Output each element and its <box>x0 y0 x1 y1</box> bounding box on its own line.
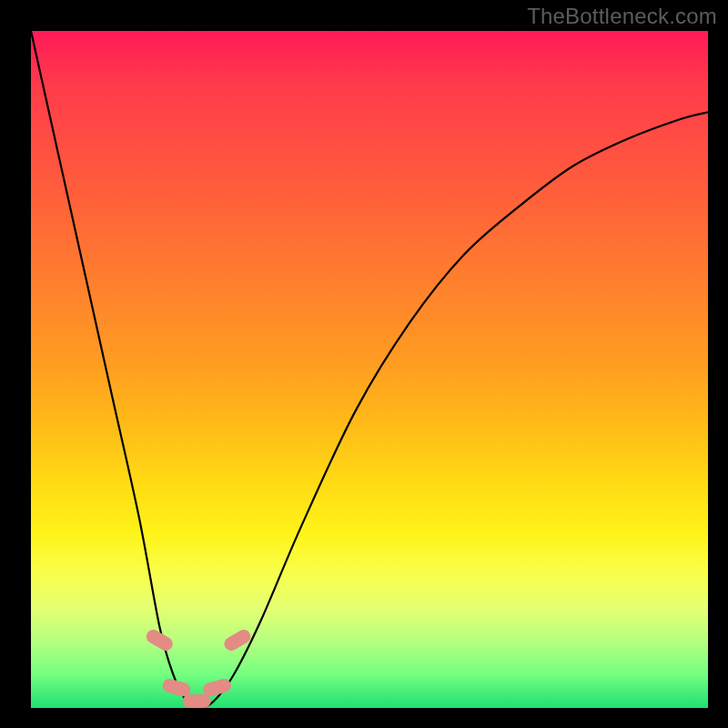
curve-marker <box>162 678 192 697</box>
outer-frame: TheBottleneck.com <box>0 0 728 728</box>
bottleneck-curve <box>31 31 708 708</box>
watermark-text: TheBottleneck.com <box>527 4 717 29</box>
curve-marker <box>202 678 232 697</box>
curve-marker <box>183 695 210 708</box>
marker-group <box>145 628 253 708</box>
plot-area <box>31 31 708 708</box>
chart-svg <box>31 31 708 708</box>
curve-marker <box>145 628 175 652</box>
